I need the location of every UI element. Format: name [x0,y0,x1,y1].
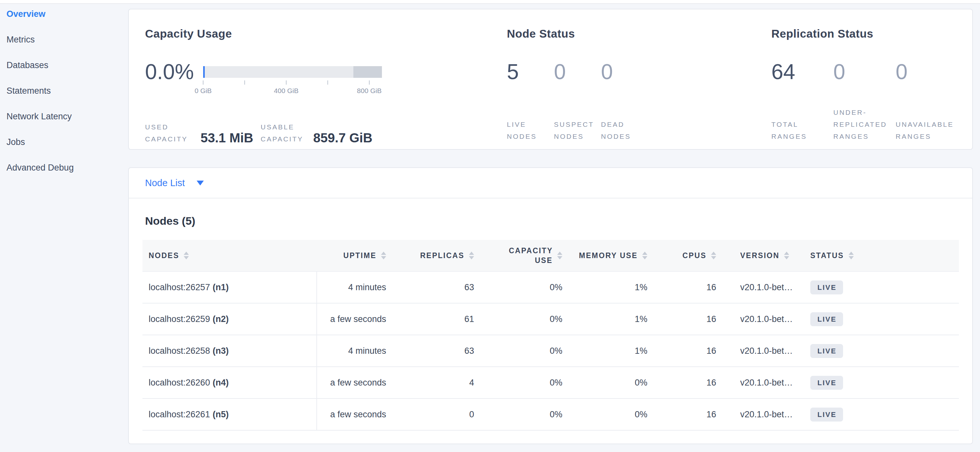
header-version-label: VERSION [740,251,780,260]
version-text: v20.1.0-bet… [740,314,793,324]
unavailable-ranges-value: 0 [896,59,977,85]
axis-label-0: 0 GiB [195,87,212,95]
header-uptime-label: UPTIME [343,251,376,260]
sort-icon [557,252,562,259]
version-text: v20.1.0-bet… [740,282,793,292]
node-address-link[interactable]: localhost:26257 [149,282,210,292]
sidebar-item-advanced-debug[interactable]: Advanced Debug [6,155,127,181]
node-name: (n4) [213,378,229,388]
memory-use-cell: 1% [569,272,654,303]
header-status[interactable]: STATUS [802,240,959,271]
status-cell: LIVE [802,367,959,398]
used-capacity-stat: USED CAPACITY 53.1 MiB [145,121,253,145]
uptime-cell: 4 minutes [317,272,393,303]
suspect-nodes-label: SUSPECT NODES [554,118,598,142]
status-cell: LIVE [802,303,959,335]
replicas-cell: 61 [393,303,480,335]
top-bar [0,0,980,4]
live-nodes-stat: 5 LIVE NODES [507,59,554,142]
status-badge: LIVE [810,281,843,294]
status-badge: LIVE [810,312,843,326]
capacity-use-cell: 0% [480,303,569,335]
node-cell: localhost:26258 (n3) [142,335,317,366]
uptime-cell: a few seconds [317,303,393,335]
sort-icon [849,252,854,259]
node-cell: localhost:26257 (n1) [142,272,317,303]
memory-use-cell: 0% [569,367,654,398]
nodes-table: NODES UPTIME REPLICAS CAPACITY USE MEMOR… [142,240,959,431]
replication-status-stats: 64 TOTAL RANGES 0 UNDER-REPLICATED RANGE… [772,59,977,142]
version-text: v20.1.0-bet… [740,378,793,388]
chevron-down-icon [197,181,204,186]
capacity-use-cell: 0% [480,272,569,303]
uptime-cell: a few seconds [317,399,393,430]
sort-icon [784,252,789,259]
header-memory-use[interactable]: MEMORY USE [569,240,654,271]
dead-nodes-stat: 0 DEAD NODES [601,59,648,142]
version-cell: v20.1.0-bet… [723,303,802,335]
suspect-nodes-stat: 0 SUSPECT NODES [554,59,601,142]
axis-label-400: 400 GiB [274,87,299,95]
sort-icon [642,252,648,259]
version-text: v20.1.0-bet… [740,346,793,356]
capacity-usage-title: Capacity Usage [145,27,232,40]
node-list-dropdown-label[interactable]: Node List [145,178,185,189]
version-text: v20.1.0-bet… [740,409,793,420]
capacity-usage-section: Capacity Usage 0.0% 0 GiB 400 GiB 800 Gi… [145,10,502,149]
memory-use-cell: 0% [569,399,654,430]
replicas-cell: 0 [393,399,480,430]
capacity-use-cell: 0% [480,335,569,366]
capacity-axis-ticks [203,81,369,85]
cpus-cell: 16 [654,399,723,430]
sidebar-item-overview[interactable]: Overview [6,1,127,27]
table-row: localhost:26260 (n4) a few seconds 4 0% … [142,367,959,399]
capacity-bar-dark-segment [353,66,382,78]
sidebar-item-statements[interactable]: Statements [6,78,127,104]
capacity-used-marker [203,66,205,78]
node-address-link[interactable]: localhost:26258 [149,346,210,356]
node-name: (n2) [213,314,229,324]
memory-use-cell: 1% [569,335,654,366]
node-list-dropdown[interactable]: Node List [129,168,972,198]
sort-icon [184,252,189,259]
under-replicated-ranges-stat: 0 UNDER-REPLICATED RANGES [833,59,896,142]
cpus-cell: 16 [654,367,723,398]
under-replicated-ranges-label: UNDER-REPLICATED RANGES [833,106,896,142]
header-replicas[interactable]: REPLICAS [393,240,480,271]
live-nodes-value: 5 [507,59,554,85]
cpus-cell: 16 [654,335,723,366]
status-badge: LIVE [810,408,843,422]
header-uptime[interactable]: UPTIME [317,240,393,271]
node-address-link[interactable]: localhost:26261 [149,409,210,420]
node-name: (n1) [213,282,229,292]
header-version[interactable]: VERSION [723,240,802,271]
status-badge: LIVE [810,344,843,358]
usable-capacity-label: USABLE CAPACITY [261,121,313,145]
node-status-stats: 5 LIVE NODES 0 SUSPECT NODES 0 DEAD NODE… [507,59,648,142]
unavailable-ranges-stat: 0 UNAVAILABLE RANGES [896,59,977,142]
node-address-link[interactable]: localhost:26259 [149,314,210,324]
replication-status-section: Replication Status 64 TOTAL RANGES 0 UND… [772,10,980,149]
used-capacity-label: USED CAPACITY [145,121,200,145]
status-cell: LIVE [802,335,959,366]
nodes-table-header: NODES UPTIME REPLICAS CAPACITY USE MEMOR… [142,240,959,272]
capacity-bar-chart: 0 GiB 400 GiB 800 GiB [203,66,382,97]
suspect-nodes-value: 0 [554,59,601,85]
sidebar-item-databases[interactable]: Databases [6,52,127,78]
dead-nodes-label: DEAD NODES [601,118,645,142]
usable-capacity-value: 859.7 GiB [313,131,372,145]
sidebar-item-network-latency[interactable]: Network Latency [6,104,127,129]
sidebar-item-metrics[interactable]: Metrics [6,27,127,52]
header-nodes[interactable]: NODES [142,240,317,271]
total-ranges-label: TOTAL RANGES [772,118,822,142]
node-address-link[interactable]: localhost:26260 [149,378,210,388]
version-cell: v20.1.0-bet… [723,367,802,398]
sort-icon [469,252,474,259]
header-cpus[interactable]: CPUS [654,240,723,271]
live-nodes-label: LIVE NODES [507,118,551,142]
header-capacity-use[interactable]: CAPACITY USE [480,240,569,271]
sidebar-item-jobs[interactable]: Jobs [6,129,127,155]
uptime-cell: a few seconds [317,367,393,398]
replication-status-title: Replication Status [772,27,873,40]
header-nodes-label: NODES [149,251,179,260]
